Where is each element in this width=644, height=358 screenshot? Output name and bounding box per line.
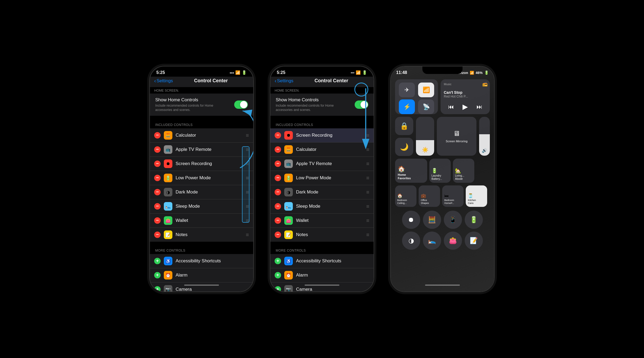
plus-camera[interactable]: + [154, 286, 161, 292]
cc-bedroom-homep[interactable]: 🛏 BedroomHomeP... [442, 185, 464, 207]
plus-accessibility-2[interactable]: + [275, 258, 281, 264]
minus-wallet[interactable]: − [154, 217, 161, 224]
label-calculator: Calculator [176, 133, 243, 138]
cc-laundry-battery[interactable]: 🔋 LaundryBattery... [429, 159, 451, 183]
minus-screenrec[interactable]: − [154, 161, 161, 167]
handle-darkmode-2[interactable]: ≡ [366, 189, 369, 195]
cc-notes-btn[interactable]: 📝 [465, 232, 483, 250]
handle-lowpower-2[interactable]: ≡ [366, 175, 369, 181]
living-icon: 🏡 [455, 168, 461, 174]
list-row-calc-2: − 🧮 Calculator ≡ [270, 143, 374, 157]
music-info: Can't Stop Red Hot Chili P... [444, 90, 487, 98]
cc-living-abode[interactable]: 🏡 Living...Abode [453, 159, 474, 183]
play-icon[interactable]: ▶ [463, 103, 468, 111]
label-sleepmode: Sleep Mode [176, 204, 243, 209]
cc-bluetooth-btn[interactable]: ⚡ [399, 99, 415, 114]
minus-lowpower[interactable]: − [154, 175, 161, 181]
minus-wallet-2[interactable]: − [275, 217, 281, 224]
cc-calculator-btn[interactable]: 🧮 [423, 211, 441, 229]
back-button-1[interactable]: ‹ Settings [154, 78, 173, 84]
label-notes-2: Notes [296, 232, 363, 237]
cc-top-row: ✈ 📶 ⚡ 📡 [395, 79, 490, 114]
minus-sleepmode-2[interactable]: − [275, 203, 281, 210]
cc-record-btn[interactable]: ⏺ [402, 211, 420, 229]
label-appletv-2: Apple TV Remote [296, 161, 363, 166]
list-row-accessibility: + ♿ Accessibility Shortcuts [150, 254, 253, 268]
cc-bedroom-ceiling[interactable]: 🏠 BedroomCeiling... [395, 185, 416, 207]
cc-airdrop-btn[interactable]: 📡 [418, 99, 434, 114]
list-row-calculator: − 🧮 Calculator ≡ [150, 128, 253, 143]
label-calc-2: Calculator [296, 147, 363, 152]
icon-appletv-2: 📺 [284, 159, 293, 168]
handle-notes[interactable]: ≡ [246, 232, 249, 238]
list-row-darkmode: − ◑ Dark Mode ≡ [150, 185, 253, 199]
more-list-2: + ♿ Accessibility Shortcuts + ⏰ Alarm + … [270, 254, 374, 292]
handle-calculator[interactable]: ≡ [246, 132, 249, 139]
plus-accessibility[interactable]: + [154, 258, 161, 264]
airplay-icon[interactable]: 📻 [482, 81, 488, 87]
minus-screenrec-2[interactable]: − [275, 132, 281, 139]
minus-darkmode-2[interactable]: − [275, 189, 281, 195]
battery-icon-2: 🔋 [362, 70, 367, 75]
cc-notes-icon: 📝 [470, 237, 478, 244]
time-1: 5:25 [156, 70, 165, 75]
kitchen-cans-icon: 🫙 [468, 193, 473, 198]
minus-darkmode[interactable]: − [154, 189, 161, 195]
back-button-2[interactable]: ‹ Settings [275, 78, 293, 84]
toggle-1[interactable] [234, 100, 248, 109]
cc-remote-btn[interactable]: 📱 [444, 211, 462, 229]
minus-calculator[interactable]: − [154, 132, 161, 139]
minus-notes[interactable]: − [154, 232, 161, 238]
minus-appletv[interactable]: − [154, 146, 161, 153]
plus-alarm[interactable]: + [154, 272, 161, 278]
plus-alarm-2[interactable]: + [275, 272, 281, 278]
minus-notes-2[interactable]: − [275, 232, 281, 238]
list-row-lowpower-2: − 🔋 Low Power Mode ≡ [270, 171, 374, 185]
icon-alarm-2: ⏰ [284, 271, 293, 279]
cc-shapes-row: 🏠 BedroomCeiling... 💼 OfficeShapes 🛏 Bed… [395, 185, 490, 207]
cc-kitchen-cans[interactable]: 🫙 KitchenCans [466, 185, 487, 207]
cc-lock-btn[interactable]: 🔒 [395, 117, 413, 135]
back-label-2[interactable]: Settings [277, 78, 293, 84]
minus-lowpower-2[interactable]: − [275, 175, 281, 181]
bluetooth-icon: ⚡ [403, 103, 411, 110]
minus-appletv-2[interactable]: − [275, 161, 281, 167]
brightness-icon: ☀️ [422, 147, 429, 153]
fastforward-icon[interactable]: ⏭ [476, 103, 482, 110]
handle-appletv-2[interactable]: ≡ [366, 161, 369, 167]
cc-wallet-btn[interactable]: 👛 [444, 232, 462, 250]
label-accessibility: Accessibility Shortcuts [176, 258, 249, 264]
label-lowpower-2: Low Power Mode [296, 175, 363, 181]
list-row-camera: + 📷 Camera [150, 282, 253, 292]
home-favorites-icon: 🏠 [398, 166, 405, 173]
status-icons-2: ▪▪▪ 📶 🔋 [351, 70, 367, 75]
cc-wifi-btn[interactable]: 📶 [418, 83, 434, 97]
cc-office-shapes[interactable]: 💼 OfficeShapes [419, 185, 440, 207]
label-camera: Camera [176, 287, 249, 292]
handle-screenrec-2[interactable]: ≡ [366, 132, 369, 139]
drag-area-highlight [242, 146, 249, 223]
icon-accessibility-2: ♿ [284, 257, 293, 265]
cc-home-favorites[interactable]: 🏠 HomeFavorites [395, 159, 427, 183]
plus-camera-2[interactable]: + [275, 286, 281, 292]
icon-screenrec-2: ⏺ [284, 131, 293, 140]
handle-notes-2[interactable]: ≡ [366, 232, 369, 238]
cc-sleep-btn[interactable]: 🛌 [423, 232, 441, 250]
cc-darkmode-btn[interactable]: ◑ [402, 232, 420, 250]
cc-brightness-block[interactable]: ☀️ [416, 117, 434, 156]
handle-wallet-2[interactable]: ≡ [366, 218, 369, 224]
included-list-1: − 🧮 Calculator ≡ − 📺 Apple TV Remote ≡ [150, 128, 253, 242]
back-label-1[interactable]: Settings [157, 78, 173, 84]
toggle-sub-1: Include recommended controls for Home ac… [155, 104, 225, 112]
cc-volume-block[interactable]: 🔊 [479, 117, 490, 156]
rewind-icon[interactable]: ⏮ [448, 103, 454, 110]
toggle-2[interactable] [355, 100, 368, 109]
handle-calc-2[interactable]: ≡ [366, 147, 369, 153]
minus-sleepmode[interactable]: − [154, 203, 161, 210]
cc-airplane-btn[interactable]: ✈ [399, 83, 415, 97]
cc-moon-btn[interactable]: 🌙 [395, 138, 413, 156]
handle-sleepmode-2[interactable]: ≡ [366, 203, 369, 210]
cc-battery-btn[interactable]: 🔋 [465, 211, 483, 229]
cc-screen-mirror-block[interactable]: 🖥 Screen Mirroring [437, 117, 476, 156]
minus-calc-2[interactable]: − [275, 146, 281, 153]
